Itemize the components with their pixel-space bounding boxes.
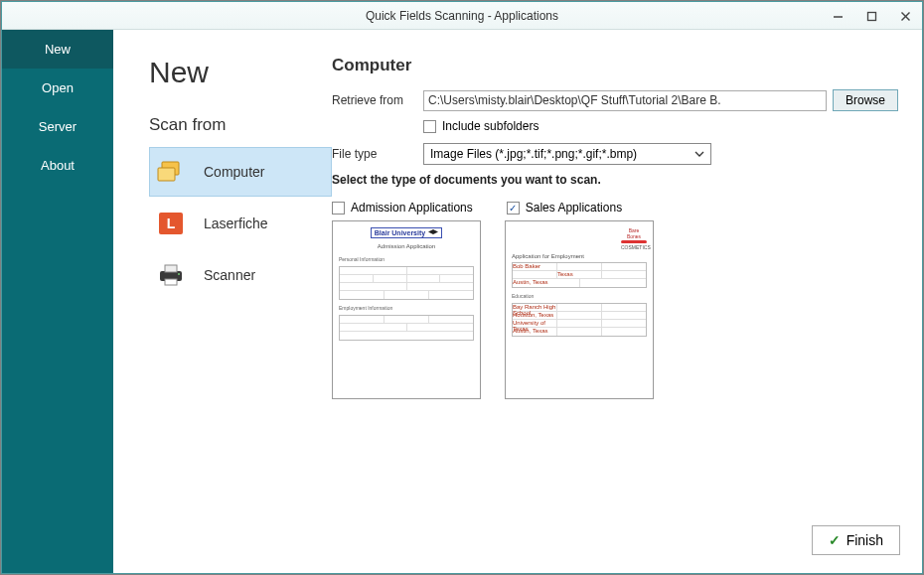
retrieve-label: Retrieve from [332,93,423,107]
thumbnail-title: Application for Employment [512,253,647,259]
sales-checkbox[interactable]: ✓ [507,202,520,215]
form-grid [339,315,474,341]
include-subfolders-row: Include subfolders [423,119,898,133]
page-heading: New [149,56,332,89]
sidebar-item-open[interactable]: Open [2,69,113,107]
content: New Scan from Computer [113,30,922,573]
filetype-select[interactable]: Image Files (*.jpg;*.tif;*.png;*.gif;*.b… [423,143,711,165]
titlebar: Quick Fields Scanning - Applications [2,2,922,30]
sidebar-item-about[interactable]: About [2,146,113,185]
window: Quick Fields Scanning - Applications New… [1,1,923,574]
sidebar-item-label: Server [39,119,77,134]
thumb-cell: Texas [557,271,602,278]
thumb-cell: Bob Baker [513,263,557,270]
section-label: Employment Information [339,305,474,311]
thumb-cell: Houston, Texas [513,312,557,319]
thumbnail-header: Blair University [371,227,442,238]
scan-source-label: Scanner [204,267,255,283]
scan-source-list: Computer L Laserfiche [149,147,332,300]
section-label: Personal Information [339,256,474,262]
finish-label: Finish [847,532,883,548]
thumb-cell: University of Texas [513,320,557,327]
filetype-label: File type [332,147,423,161]
retrieve-row: Retrieve from Browse [332,89,898,111]
include-subfolders-checkbox[interactable] [423,120,436,133]
grad-cap-icon [428,229,438,236]
section-label: Education [512,293,647,299]
scan-source-scanner[interactable]: Scanner [149,250,332,300]
panel-heading: Computer [332,56,898,75]
doc-type-label: Sales Applications [526,201,622,215]
sidebar-item-new[interactable]: New [2,30,113,69]
svg-point-11 [178,273,180,275]
filetype-value: Image Files (*.jpg;*.tif;*.png;*.gif;*.b… [430,147,637,161]
browse-button[interactable]: Browse [833,89,898,111]
body: New Open Server About New Scan from [2,30,922,573]
scan-source-label: Laserfiche [204,216,268,231]
sidebar-item-server[interactable]: Server [2,107,113,146]
scan-source-label: Computer [204,164,264,180]
scan-from-heading: Scan from [149,115,332,135]
svg-rect-1 [867,12,875,20]
thumbnail-admission[interactable]: Blair University Admission Application P… [332,220,481,399]
maximize-button[interactable] [854,2,888,30]
brand-text: COSMETICS [621,244,647,250]
svg-rect-5 [158,168,175,181]
thumbnail-sales[interactable]: Bare Bones COSMETICS Application for Emp… [505,220,654,399]
left-column: New Scan from Computer [113,30,332,573]
svg-rect-9 [165,265,177,272]
svg-rect-10 [165,279,177,285]
doc-type-sales[interactable]: ✓ Sales Applications [507,201,622,215]
admission-checkbox[interactable] [332,202,345,215]
svg-text:L: L [167,216,176,231]
check-icon: ✓ [829,532,841,548]
thumbnail-title: Admission Application [339,243,474,249]
retrieve-path-input[interactable] [423,90,827,111]
close-button[interactable] [888,2,922,30]
form-grid: Bay Ranch High School Houston, Texas Uni… [512,303,647,337]
right-column: Computer Retrieve from Browse Include su… [332,30,922,573]
doc-type-admission[interactable]: Admission Applications [332,201,473,215]
scan-source-computer[interactable]: Computer [149,147,332,197]
form-grid: Bob Baker Texas Austin, Texas [512,262,647,288]
thumb-cell: Bay Ranch High School [513,304,557,311]
select-docs-label: Select the type of documents you want to… [332,173,898,187]
filetype-row: File type Image Files (*.jpg;*.tif;*.png… [332,143,898,165]
include-subfolders-label: Include subfolders [442,119,539,133]
form-grid [339,266,474,300]
minimize-button[interactable] [821,2,854,30]
sidebar-item-label: About [41,158,75,173]
folders-icon [154,158,188,186]
doc-type-choices: Admission Applications ✓ Sales Applicati… [332,201,898,215]
scan-source-laserfiche[interactable]: L Laserfiche [149,199,332,248]
sidebar-item-label: New [45,42,71,57]
sidebar-item-label: Open [42,80,74,95]
brand-logo: Bare Bones COSMETICS [621,227,647,250]
window-title: Quick Fields Scanning - Applications [366,9,558,23]
chevron-down-icon [693,147,706,161]
window-controls [821,2,922,30]
thumb-cell: Austin, Texas [513,279,580,287]
thumbnails: Blair University Admission Application P… [332,220,898,399]
laserfiche-icon: L [154,210,188,237]
school-name: Blair University [375,229,425,236]
printer-icon [154,261,188,289]
doc-type-label: Admission Applications [351,201,473,215]
thumb-cell: Austin, Texas [513,328,557,336]
sidebar: New Open Server About [2,30,113,573]
finish-button[interactable]: ✓ Finish [812,525,900,555]
